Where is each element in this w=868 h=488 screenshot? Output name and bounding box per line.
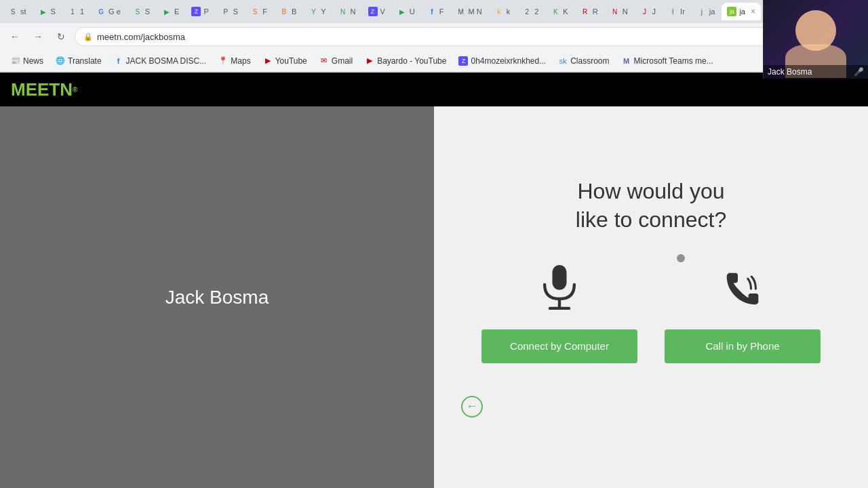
tab-active[interactable]: ja ja × (722, 3, 761, 20)
connect-phone-option: Call in by Phone (665, 262, 821, 363)
bookmark-favicon-jackbosma: f (114, 56, 123, 66)
tab-st[interactable]: S st (3, 3, 32, 20)
tab-23[interactable]: I Ir (663, 3, 690, 20)
tab-favicon-22: J (640, 7, 650, 16)
video-pip-overlay: Jack Bosma 🎤 (764, 65, 868, 79)
pip-user-name: Jack Bosma (768, 67, 812, 77)
tab-15[interactable]: f F (422, 3, 450, 20)
tab-8[interactable]: P S (216, 3, 243, 20)
tab-favicon-16: M (456, 7, 466, 16)
video-pip: Jack Bosma 🎤 (763, 0, 868, 79)
tab-17[interactable]: k k (489, 3, 516, 20)
tab-favicon-active: ja (727, 7, 736, 16)
tab-13[interactable]: Z V (363, 3, 391, 20)
phone-icon (719, 262, 766, 319)
connect-question: How would you like to connect? (576, 178, 726, 234)
tab-7[interactable]: Z P (186, 3, 214, 20)
tab-favicon-24: j (697, 7, 707, 16)
connect-computer-option: Connect by Computer (481, 262, 637, 363)
microphone-icon (536, 262, 583, 319)
tab-10[interactable]: B B (274, 3, 302, 20)
tab-19[interactable]: K K (545, 3, 573, 20)
bookmark-favicon-news: 📰 (11, 56, 20, 66)
address-bar[interactable]: 🔒 meetn.com/jackbosma (75, 27, 772, 46)
connect-phone-button[interactable]: Call in by Phone (665, 329, 821, 363)
tab-favicon-12: N (338, 7, 348, 16)
tab-11[interactable]: Y Y (303, 3, 331, 20)
forward-nav-button[interactable]: → (28, 27, 47, 46)
bookmark-news[interactable]: 📰 News (5, 54, 49, 68)
tab-favicon-19: K (551, 7, 560, 16)
bookmark-teams[interactable]: M Microsoft Teams me... (616, 54, 719, 68)
tab-5[interactable]: S S (127, 3, 155, 20)
tab-favicon-14: ▶ (397, 7, 407, 16)
url-text: meetn.com/jackbosma (97, 32, 185, 42)
tab-favicon-13: Z (368, 7, 378, 16)
back-button[interactable]: ← (461, 396, 483, 418)
reload-button[interactable]: ↻ (52, 27, 71, 46)
tab-favicon-23: I (668, 7, 677, 16)
tab-favicon-11: Y (309, 7, 318, 16)
tab-22[interactable]: J J (635, 3, 662, 20)
tab-favicon-3: 1 (68, 7, 77, 16)
tab-9[interactable]: S F (245, 3, 273, 20)
tab-favicon-6: ▶ (162, 7, 172, 16)
address-bar-row: ← → ↻ 🔒 meetn.com/jackbosma ☆ 🧩 J ⋮ (0, 23, 868, 50)
right-panel: How would you like to connect? (434, 73, 868, 488)
tab-favicon-st: S (8, 7, 18, 16)
tab-2[interactable]: ▶ S (33, 3, 61, 20)
tab-favicon-15: f (427, 7, 437, 16)
tab-favicon-9: S (250, 7, 260, 16)
tab-favicon-2: ▶ (39, 7, 48, 16)
page-content: MEETN® Jack Bosma How would you like to … (0, 73, 868, 488)
tab-favicon-20: R (580, 7, 590, 16)
tab-bar: S st ▶ S 1 1 G G e S S ▶ E (0, 0, 868, 23)
tab-4[interactable]: G G e (91, 3, 126, 20)
tab-21[interactable]: N N (605, 3, 633, 20)
bookmark-classroom[interactable]: sk Classroom (553, 54, 614, 68)
bookmark-favicon-gmail: ✉ (319, 56, 329, 66)
bookmark-favicon-classroom: sk (558, 56, 568, 66)
tab-favicon-7: Z (191, 7, 201, 16)
bookmark-maps[interactable]: 📍 Maps (213, 54, 256, 68)
tab-14[interactable]: ▶ U (392, 3, 420, 20)
bookmark-gmail[interactable]: ✉ Gmail (314, 54, 358, 68)
bookmark-favicon-translate: 🌐 (56, 56, 65, 66)
tab-16[interactable]: M M N (451, 3, 488, 20)
svg-rect-0 (553, 265, 567, 290)
bookmark-bayardo[interactable]: ▶ Bayardo - YouTube (359, 54, 452, 68)
tab-favicon-5: S (133, 7, 142, 16)
bookmark-favicon-youtube: ▶ (263, 56, 273, 66)
tab-20[interactable]: R R (575, 3, 604, 20)
tab-favicon-10: B (279, 7, 289, 16)
tab-18[interactable]: 2 2 (517, 3, 544, 20)
tab-24[interactable]: j ja (692, 3, 721, 20)
bookmark-favicon-bayardo: ▶ (365, 56, 374, 66)
tab-12[interactable]: N N (333, 3, 361, 20)
pip-mic-icon: 🎤 (854, 67, 864, 77)
tab-3[interactable]: 1 1 (62, 3, 90, 20)
bookmark-jackbosma[interactable]: f JACK BOSMA DISC... (108, 54, 212, 68)
browser-chrome: S st ▶ S 1 1 G G e S S ▶ E (0, 0, 868, 73)
lock-icon: 🔒 (83, 33, 93, 41)
bookmark-favicon-teams: M (622, 56, 631, 66)
tab-close-btn[interactable]: × (751, 7, 755, 16)
connect-options: Connect by Computer (481, 262, 821, 363)
tab-favicon-8: P (221, 7, 231, 16)
tab-favicon-21: N (610, 7, 620, 16)
bookmark-youtube[interactable]: ▶ YouTube (258, 54, 313, 68)
connect-computer-button[interactable]: Connect by Computer (481, 329, 637, 363)
bookmark-translate[interactable]: 🌐 Translate (50, 54, 107, 68)
bookmark-favicon-maps: 📍 (218, 56, 228, 66)
back-nav-button[interactable]: ← (5, 27, 24, 46)
tab-favicon-4: G (96, 7, 106, 16)
bookmark-0h4[interactable]: Z 0h4mozeixrknkhed... (453, 54, 551, 68)
bookmark-favicon-0h4: Z (458, 56, 468, 66)
participant-name: Jack Bosma (165, 287, 269, 308)
tab-favicon-18: 2 (522, 7, 532, 16)
tab-favicon-17: k (494, 7, 504, 16)
tab-6[interactable]: ▶ E (157, 3, 184, 20)
left-panel: Jack Bosma (0, 73, 434, 488)
bookmarks-bar: 📰 News 🌐 Translate f JACK BOSMA DISC... … (0, 50, 868, 72)
